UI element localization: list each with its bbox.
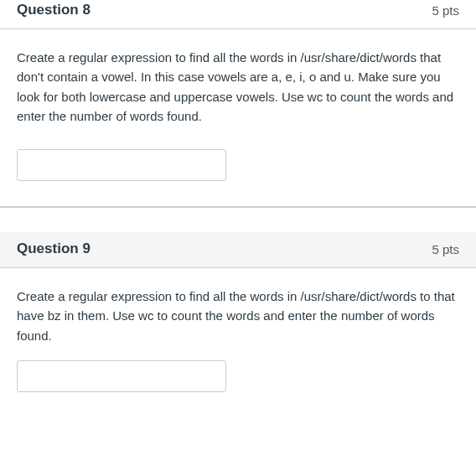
question-8-header: Question 8 5 pts bbox=[0, 0, 476, 29]
question-8-answer-input[interactable] bbox=[17, 149, 226, 181]
question-9-title: Question 9 bbox=[17, 241, 91, 257]
question-9-body: Create a regular expression to find all … bbox=[0, 268, 476, 360]
question-9-answer-input[interactable] bbox=[17, 360, 226, 392]
question-9-header: Question 9 5 pts bbox=[0, 232, 476, 268]
question-8-block: Question 8 5 pts Create a regular expres… bbox=[0, 0, 476, 207]
question-9-points: 5 pts bbox=[432, 242, 459, 256]
question-8-answer-area bbox=[0, 149, 476, 206]
question-9-block: Question 9 5 pts Create a regular expres… bbox=[0, 232, 476, 397]
question-9-prompt: Create a regular expression to find all … bbox=[17, 287, 459, 345]
spacer bbox=[0, 207, 476, 232]
question-9-answer-area bbox=[0, 360, 476, 397]
question-8-points: 5 pts bbox=[432, 3, 459, 18]
question-8-body: Create a regular expression to find all … bbox=[0, 29, 476, 149]
question-8-prompt: Create a regular expression to find all … bbox=[17, 48, 459, 126]
question-8-title: Question 8 bbox=[17, 2, 91, 18]
